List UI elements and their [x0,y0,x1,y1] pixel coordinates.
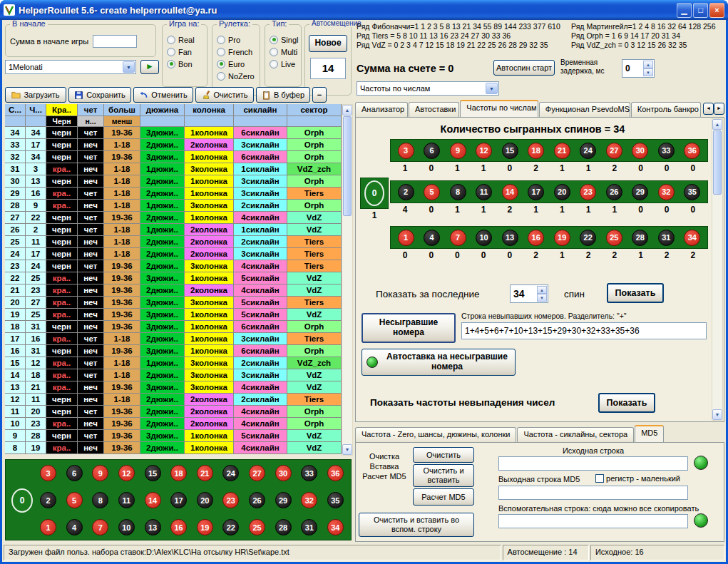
roulette-number[interactable]: 8 [92,492,108,508]
roulette-number[interactable]: 21 [197,465,213,481]
radio-option-euro[interactable]: Euro [217,58,260,70]
radio-option-bon[interactable]: Bon [167,58,207,70]
roulette-number[interactable]: 32 [301,492,317,508]
roulette-number[interactable]: 19 [197,519,213,535]
roulette-number[interactable]: 33 [301,465,317,481]
roulette-number[interactable]: 11 [118,492,135,508]
radio-option-real[interactable]: Real [167,34,207,46]
md5-out-input[interactable] [498,486,688,500]
roulette-number[interactable]: 22 [222,519,239,535]
table-row[interactable]: 819кра..неч19-362дюжи..1колонка4сиклайнV… [5,442,342,454]
chevron-down-icon[interactable]: ▼ [123,61,135,73]
md5-go-icon[interactable] [694,456,708,470]
table-row[interactable]: 1925кра..неч19-363дюжи..1колонка5сиклайн… [5,309,342,321]
table-row[interactable]: 313кра..неч1-181дюжи..3колонка1сиклайнVd… [5,163,342,175]
scroll-down-icon[interactable]: ▼ [342,444,352,455]
table-row[interactable]: 1120чернчет19-362дюжи..2колонка4сиклайнO… [5,406,342,418]
bottom-tab-0[interactable]: Частота - Zero, шансы, дюжины, колонки [355,427,516,442]
radio-option-nozero[interactable]: NoZero [217,70,260,82]
md5-aux-input[interactable] [498,514,688,528]
start-sum-input[interactable] [93,35,137,48]
bottom-tab-2[interactable]: MD5 [635,425,664,442]
md5-register-option[interactable]: регистр - маленький [595,474,680,483]
table-row[interactable]: 289кра..неч1-181дюжи..3колонка2сиклайнOr… [5,200,342,212]
roulette-number[interactable]: 12 [118,465,135,481]
roulette-number[interactable]: 26 [249,492,265,508]
scroll-down-icon[interactable]: ▼ [712,409,722,420]
roulette-number[interactable]: 18 [170,465,187,481]
new-button[interactable]: Новое [309,35,347,52]
chevron-down-icon[interactable]: ▼ [486,83,498,94]
roulette-number[interactable]: 10 [118,519,135,535]
scroll-up-icon[interactable]: ▲ [712,119,722,130]
table-row[interactable]: 1418кра..чет1-182дюжи..3колонка3сиклайнV… [5,369,342,381]
buffer-button[interactable]: В буфер [256,87,310,103]
table-row[interactable]: 3317черннеч1-182дюжи..2колонка3сиклайнOr… [5,139,342,151]
roulette-number[interactable]: 6 [66,465,83,481]
show-button[interactable]: Показать [607,283,664,303]
table-row[interactable]: 1831черннеч19-363дюжи..1колонка6сиклайнO… [5,321,342,333]
missed-numbers-input[interactable] [461,322,707,339]
last-spins-spinner[interactable]: 34 ▲▼ [510,284,548,303]
table-row[interactable]: 2722чернчет19-362дюжи..1колонка4сиклайнV… [5,212,342,224]
roulette-number[interactable]: 3 [40,465,56,481]
table-row[interactable]: 3434чернчет19-363дюжи..1колонка6сиклайнO… [5,127,342,139]
tab-1[interactable]: Автоставки [409,102,459,117]
undo-button[interactable]: Отменить [133,87,193,103]
table-row[interactable]: 262чернчет1-181дюжи..2колонка1сиклайнVdZ [5,224,342,236]
md5-calc-button[interactable]: Расчет MD5 [413,488,474,506]
tab-3[interactable]: Функционал PsevdoMS [539,102,630,117]
roulette-number[interactable]: 29 [275,492,292,508]
roulette-number[interactable]: 2 [40,492,56,508]
missed-numbers-button[interactable]: Несыгравшие номера [362,313,456,343]
table-row[interactable]: 3013черннеч1-182дюжи..1колонка3сиклайнOr… [5,175,342,188]
table-row[interactable]: 1211черннеч1-182дюжи..2колонка2сиклайнTi… [5,394,342,406]
radio-option-french[interactable]: French [217,46,260,58]
spin-up-icon[interactable]: ▲ [643,61,653,68]
roulette-number[interactable]: 17 [170,492,187,508]
spin-up-icon[interactable]: ▲ [537,286,547,294]
radio-option-live[interactable]: Live [270,58,301,70]
md5-aux-go-icon[interactable] [694,513,708,528]
roulette-number[interactable]: 25 [249,519,265,535]
table-row[interactable]: 2123кра..неч19-362дюжи..2колонка4сиклайн… [5,284,342,297]
save-button[interactable]: Сохранить [68,87,131,103]
minimize-button[interactable]: ▁ [677,3,692,18]
table-row[interactable]: 1631черннеч19-363дюжи..1колонка6сиклайнO… [5,345,342,357]
roulette-number[interactable]: 28 [275,519,292,535]
roulette-number[interactable]: 36 [327,465,344,481]
tab-0[interactable]: Анализатор [355,102,408,117]
table-scrollbar[interactable]: ▲ ▼ [342,104,353,456]
scroll-up-icon[interactable]: ▲ [342,105,352,116]
roulette-number[interactable]: 31 [301,519,317,535]
md5-source-input[interactable] [498,456,688,471]
roulette-number[interactable]: 13 [145,519,161,535]
roulette-number[interactable]: 27 [249,465,265,481]
load-button[interactable]: Загрузить [5,87,66,103]
table-row[interactable]: 1321кра..неч19-363дюжи..3колонка4сиклайн… [5,381,342,394]
table-scroll-thumb[interactable] [343,116,352,216]
table-row[interactable]: 2225кра..неч19-363дюжи..1колонка5сиклайн… [5,272,342,284]
table-row[interactable]: 2027кра..неч19-363дюжи..3колонка5сиклайн… [5,297,342,309]
title-bar[interactable]: HelperRoullet 5.6- create helperroullet@… [0,0,728,20]
roulette-number[interactable]: 35 [327,492,344,508]
tab-2[interactable]: Частоты по числам [460,100,538,117]
table-row[interactable]: 928чернчет19-363дюжи..1колонка5сиклайнVd… [5,430,342,442]
roulette-number[interactable]: 34 [327,519,344,535]
table-row[interactable]: 3234чернчет19-363дюжи..1колонка6сиклайнO… [5,151,342,163]
preset-combobox[interactable]: 1Melonati ▼ [5,60,136,74]
tab-scroll-left-icon[interactable]: ◄ [703,103,714,115]
roulette-number[interactable]: 30 [275,465,292,481]
panel-scrollbar[interactable]: ▲ ▼ [712,118,723,421]
show-missed-freq-button[interactable]: Показать [598,393,655,413]
table-row[interactable]: 1023кра..неч19-362дюжи..2колонка4сиклайн… [5,418,342,430]
bottom-tab-1[interactable]: Частота - сиклайны, сектора [517,427,634,442]
roulette-number[interactable]: 1 [40,519,56,535]
roulette-number[interactable]: 20 [197,492,213,508]
roulette-number[interactable]: 7 [92,519,108,535]
zero-cell[interactable]: 0 [11,488,33,513]
table-row[interactable]: 2511черннеч1-182дюжи..2колонка2сиклайнTi… [5,236,342,248]
roulette-number[interactable]: 14 [145,492,161,508]
spin-down-icon[interactable]: ▼ [537,294,547,302]
roulette-number[interactable]: 16 [170,519,187,535]
